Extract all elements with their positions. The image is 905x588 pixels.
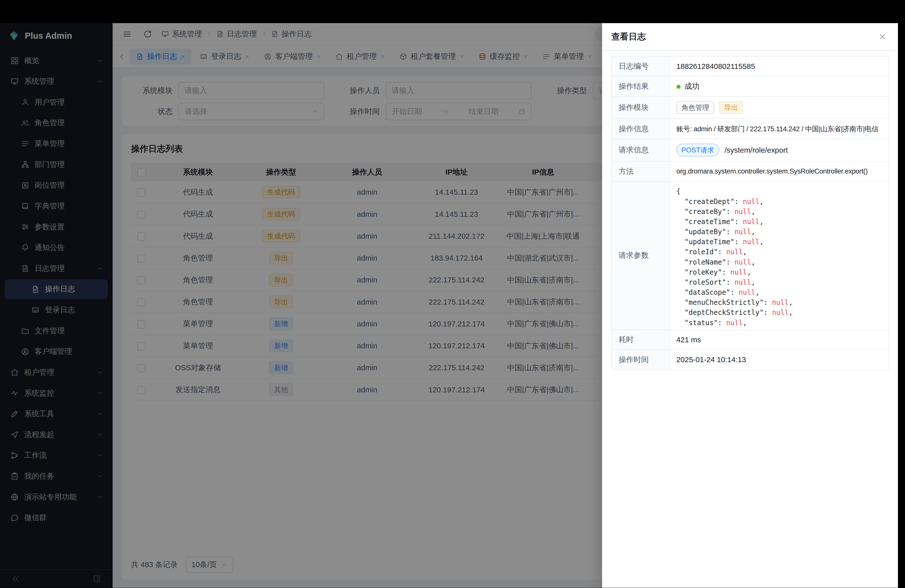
- code-line: "createTime": null,: [676, 216, 882, 227]
- detail-row-method: 方法 org.dromara.system.controller.system.…: [611, 161, 888, 181]
- detail-row-request: 请求信息 POST请求 /system/role/export: [611, 139, 888, 161]
- module-tags: 角色管理导出: [676, 101, 743, 114]
- module-tag: 导出: [719, 101, 743, 114]
- duration-value: 421 ms: [669, 330, 889, 350]
- code-line: {: [676, 186, 882, 196]
- detail-label: 请求参数: [611, 181, 669, 330]
- request-method-tag: POST请求: [676, 144, 719, 156]
- detail-row-time: 操作时间 2025-01-24 10:14:13: [611, 350, 888, 370]
- detail-row-duration: 耗时 421 ms: [611, 330, 888, 350]
- success-status-dot: [676, 85, 681, 89]
- code-line: "status": null,: [676, 318, 882, 328]
- drawer-title: 查看日志: [611, 31, 646, 43]
- view-log-drawer: 查看日志 日志编号 1882612840802115585 操作结果 成功 操作…: [602, 23, 898, 588]
- detail-label: 操作模块: [611, 96, 669, 119]
- request-value: POST请求 /system/role/export: [669, 139, 889, 161]
- code-line: "roleKey": null,: [676, 267, 882, 277]
- code-line: "deptCheckStrictly": null,: [676, 307, 882, 317]
- method-value: org.dromara.system.controller.system.Sys…: [669, 161, 889, 181]
- operation-info-value: 账号: admin / 研发部门 / 222.175.114.242 / 中国|…: [669, 119, 889, 139]
- code-line: "roleName": null,: [676, 257, 882, 267]
- code-line: "createDept": null,: [676, 196, 882, 207]
- code-line: "remark": null,: [676, 328, 882, 329]
- detail-label: 日志编号: [611, 56, 669, 76]
- detail-row-params: 请求参数 {"createDept": null,"createBy": nul…: [611, 181, 888, 330]
- code-line: "roleId": null,: [676, 247, 882, 257]
- code-line: "createBy": null,: [676, 207, 882, 216]
- detail-label: 操作信息: [611, 119, 669, 139]
- module-tag: 角色管理: [676, 101, 714, 114]
- code-line: "dataScope": null,: [676, 287, 882, 297]
- params-value: {"createDept": null,"createBy": null,"cr…: [669, 181, 889, 330]
- close-drawer-button[interactable]: [876, 30, 889, 43]
- log-id-value: 1882612840802115585: [669, 56, 889, 76]
- drawer-body: 日志编号 1882612840802115585 操作结果 成功 操作模块 角色…: [602, 51, 898, 588]
- params-code[interactable]: {"createDept": null,"createBy": null,"cr…: [670, 181, 888, 329]
- detail-label: 操作时间: [611, 350, 669, 370]
- detail-label: 耗时: [611, 330, 669, 350]
- code-line: "roleSort": null,: [676, 277, 882, 287]
- log-detail-table: 日志编号 1882612840802115585 操作结果 成功 操作模块 角色…: [611, 56, 889, 370]
- screen: Plus Admin 概览系统管理用户管理角色管理菜单管理部门管理岗位管理字典管…: [0, 0, 905, 588]
- detail-row-info: 操作信息 账号: admin / 研发部门 / 222.175.114.242 …: [611, 119, 888, 139]
- close-icon: [878, 32, 887, 41]
- detail-label: 方法: [611, 161, 669, 181]
- detail-label: 操作结果: [611, 76, 669, 96]
- detail-row-result: 操作结果 成功: [611, 76, 888, 96]
- drawer-header: 查看日志: [602, 23, 898, 51]
- module-value: 角色管理导出: [669, 96, 889, 119]
- detail-row-log-id: 日志编号 1882612840802115585: [611, 56, 888, 76]
- request-url: /system/role/export: [724, 146, 788, 154]
- result-value: 成功: [669, 76, 889, 96]
- code-line: "updateTime": null,: [676, 237, 882, 247]
- detail-label: 请求信息: [611, 139, 669, 161]
- detail-row-module: 操作模块 角色管理导出: [611, 96, 888, 119]
- result-text: 成功: [684, 82, 700, 90]
- code-line: "updateBy": null,: [676, 227, 882, 237]
- operation-time-value: 2025-01-24 10:14:13: [669, 350, 889, 370]
- code-line: "menuCheckStrictly": null,: [676, 297, 882, 307]
